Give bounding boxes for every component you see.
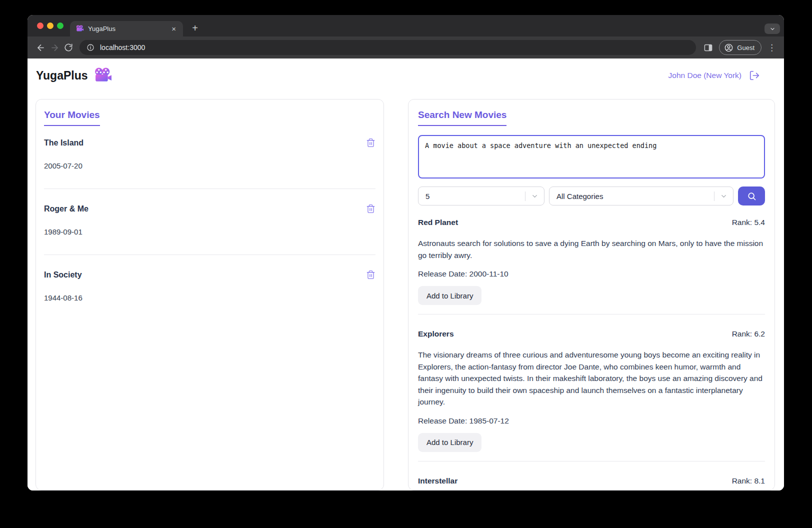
library-movie-row: In Society 1944-08-16 xyxy=(44,254,376,320)
add-to-library-button[interactable]: Add to Library xyxy=(418,286,482,305)
site-info-icon[interactable] xyxy=(84,42,96,54)
main-content: Your Movies The Island 2005-07-20 Roger … xyxy=(28,92,784,490)
app-page: YugaPlus John Doe (New York) Your Mov xyxy=(28,58,784,490)
tab-search-button[interactable] xyxy=(764,24,780,34)
logout-icon xyxy=(749,70,760,81)
user-label: John Doe (New York) xyxy=(668,71,742,80)
your-movies-title: Your Movies xyxy=(44,110,100,126)
minimize-window-button[interactable] xyxy=(47,22,54,29)
search-title: Search New Movies xyxy=(418,110,506,126)
app-header: YugaPlus John Doe (New York) xyxy=(28,58,784,92)
delete-movie-button[interactable] xyxy=(366,270,376,280)
close-window-button[interactable] xyxy=(37,22,44,29)
result-release-date: Release Date: 1985-07-12 xyxy=(418,416,765,426)
movie-title: In Society xyxy=(44,270,82,280)
result-release-date: Release Date: 2000-11-10 xyxy=(418,270,765,278)
side-panel-button[interactable] xyxy=(701,40,715,54)
search-button[interactable] xyxy=(738,186,765,206)
forward-button[interactable] xyxy=(48,40,62,54)
tab-title: YugaPlus xyxy=(88,25,166,32)
library-movie-row: Roger & Me 1989-09-01 xyxy=(44,188,376,254)
search-result-row: Red Planet Rank: 5.4 Astronauts search f… xyxy=(418,206,765,314)
trash-icon xyxy=(366,270,376,280)
movie-camera-icon xyxy=(94,68,112,84)
result-rank: Rank: 5.4 xyxy=(732,218,765,227)
library-movie-row: The Island 2005-07-20 xyxy=(44,126,376,188)
result-description: Astronauts search for solutions to save … xyxy=(418,238,765,261)
address-bar[interactable]: localhost:3000 xyxy=(80,40,696,55)
result-rank: Rank: 8.1 xyxy=(732,476,765,486)
browser-toolbar: localhost:3000 Guest ⋮ xyxy=(28,36,784,58)
brand-title: YugaPlus xyxy=(36,69,88,82)
side-panel-icon xyxy=(704,43,713,52)
movie-release-date: 1989-09-01 xyxy=(44,228,376,236)
result-title: Explorers xyxy=(418,330,454,338)
chevron-down-icon xyxy=(770,26,776,32)
movie-title: Roger & Me xyxy=(44,204,88,214)
reload-icon xyxy=(64,43,73,52)
browser-menu-button[interactable]: ⋮ xyxy=(766,42,778,53)
result-title: Interstellar xyxy=(418,476,458,486)
result-limit-value: 5 xyxy=(418,192,525,200)
search-controls: 5 All Categories xyxy=(418,186,765,206)
url-text: localhost:3000 xyxy=(100,44,145,52)
your-movies-panel: Your Movies The Island 2005-07-20 Roger … xyxy=(36,99,384,490)
logout-button[interactable] xyxy=(749,70,760,81)
reload-button[interactable] xyxy=(62,40,76,54)
profile-button[interactable]: Guest xyxy=(719,40,762,55)
search-query-input[interactable]: A movie about a space adventure with an … xyxy=(418,135,765,178)
category-value: All Categories xyxy=(550,192,714,200)
profile-label: Guest xyxy=(737,44,754,52)
new-tab-button[interactable]: + xyxy=(188,21,202,35)
search-result-row: Explorers Rank: 6.2 The visionary dreams… xyxy=(418,314,765,461)
tab-close-icon[interactable]: × xyxy=(170,24,178,33)
browser-window: YugaPlus × + localhost:3000 xyxy=(28,15,784,490)
tab-strip: YugaPlus × + xyxy=(28,15,784,36)
result-title: Red Planet xyxy=(418,218,458,227)
back-button[interactable] xyxy=(34,40,48,54)
trash-icon xyxy=(366,204,376,214)
arrow-left-icon xyxy=(36,43,46,52)
arrow-right-icon xyxy=(50,43,60,52)
tab-favicon-movie-camera-icon xyxy=(76,25,84,32)
movie-title: The Island xyxy=(44,138,84,148)
traffic-lights xyxy=(37,22,64,29)
movie-release-date: 1944-08-16 xyxy=(44,294,376,302)
search-result-row: Interstellar Rank: 8.1 xyxy=(418,461,765,491)
result-rank: Rank: 6.2 xyxy=(732,330,765,338)
delete-movie-button[interactable] xyxy=(366,204,376,214)
zoom-window-button[interactable] xyxy=(57,22,64,29)
browser-tab-yugaplus[interactable]: YugaPlus × xyxy=(70,21,183,36)
guest-avatar-icon xyxy=(724,43,734,52)
add-to-library-button[interactable]: Add to Library xyxy=(418,433,482,452)
movie-release-date: 2005-07-20 xyxy=(44,162,376,170)
category-select[interactable]: All Categories xyxy=(549,186,734,206)
search-panel: Search New Movies A movie about a space … xyxy=(408,99,775,490)
trash-icon xyxy=(366,138,376,148)
result-description: The visionary dreams of three curious an… xyxy=(418,349,765,408)
search-icon xyxy=(746,191,757,202)
chevron-down-icon xyxy=(526,192,544,200)
delete-movie-button[interactable] xyxy=(366,138,376,148)
chevron-down-icon xyxy=(714,192,733,200)
result-limit-select[interactable]: 5 xyxy=(418,186,544,206)
